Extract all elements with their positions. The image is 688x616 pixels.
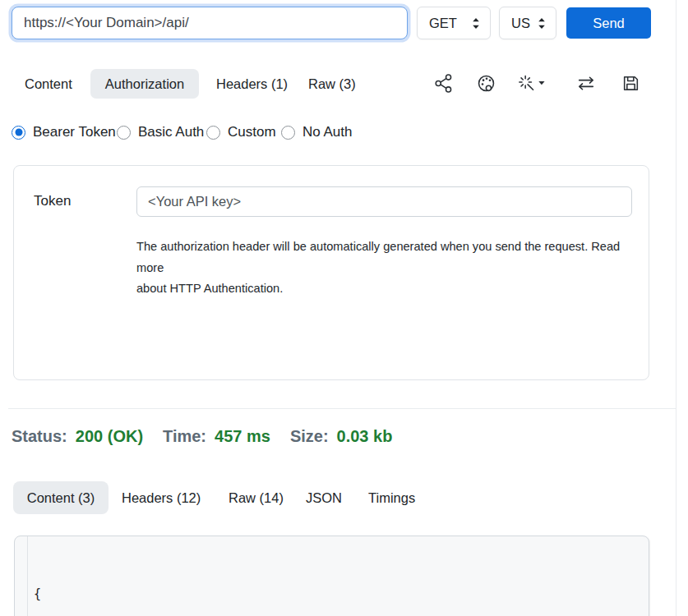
auth-radio-label: Custom: [228, 124, 276, 140]
method-select-value: GET: [429, 16, 457, 31]
radio-unselected-icon: [281, 126, 295, 140]
radio-unselected-icon: [117, 126, 131, 140]
token-help-line1: The authorization header will be automat…: [136, 237, 634, 278]
tab-headers[interactable]: Headers (1): [203, 69, 301, 99]
token-input[interactable]: [136, 186, 632, 217]
token-help-text: The authorization header will be automat…: [136, 237, 634, 300]
save-icon[interactable]: [620, 72, 641, 94]
code-gutter: [15, 536, 28, 616]
url-input[interactable]: [12, 7, 408, 39]
response-tab-content[interactable]: Content (3): [13, 481, 109, 514]
method-select[interactable]: GET: [417, 7, 491, 39]
status-label: Status:: [12, 427, 67, 446]
time-value: 457 ms: [215, 427, 270, 446]
radio-selected-icon: [12, 126, 25, 140]
send-button[interactable]: Send: [566, 7, 651, 39]
status-code: Status: 200 (OK): [12, 427, 143, 446]
updown-caret-icon: [472, 17, 480, 30]
content-right-border: [676, 0, 676, 616]
api-client-app: GET US Send Content Authorization Header…: [0, 0, 688, 616]
response-tab-json[interactable]: JSON: [293, 481, 355, 514]
bearer-token-panel: Token The authorization header will be a…: [13, 165, 649, 380]
radio-unselected-icon: [206, 126, 220, 140]
auth-radio-custom[interactable]: Custom: [206, 123, 276, 141]
auth-radio-basic-auth[interactable]: Basic Auth: [117, 123, 204, 141]
tab-raw[interactable]: Raw (3): [295, 69, 369, 99]
region-select-value: US: [511, 16, 530, 31]
size-value: 0.03 kb: [337, 427, 393, 446]
json-line: {: [34, 584, 642, 605]
response-json: { "message": "API running." }: [34, 544, 642, 616]
auth-radio-label: Bearer Token: [33, 124, 116, 140]
response-time: Time: 457 ms: [163, 427, 270, 446]
response-tab-headers[interactable]: Headers (12): [109, 481, 214, 514]
share-nodes-icon[interactable]: [432, 72, 454, 94]
palette-icon[interactable]: [475, 72, 496, 94]
auth-radio-bearer-token[interactable]: Bearer Token: [12, 123, 116, 141]
response-body-viewer[interactable]: { "message": "API running." }: [14, 536, 649, 616]
status-value: 200 (OK): [76, 427, 143, 446]
token-label: Token: [34, 193, 71, 209]
swap-arrows-icon[interactable]: [575, 72, 597, 94]
size-label: Size:: [290, 427, 329, 446]
region-select[interactable]: US: [499, 7, 556, 39]
auth-radio-label: Basic Auth: [138, 124, 204, 140]
response-status-bar: Status: 200 (OK) Time: 457 ms Size: 0.03…: [12, 427, 392, 446]
auth-radio-no-auth[interactable]: No Auth: [281, 123, 353, 141]
response-tab-timings[interactable]: Timings: [355, 481, 428, 514]
magic-wand-dropdown-icon[interactable]: [516, 72, 549, 94]
response-tab-raw[interactable]: Raw (14): [215, 481, 297, 514]
time-label: Time:: [163, 427, 206, 446]
tab-authorization[interactable]: Authorization: [90, 69, 199, 99]
auth-radio-label: No Auth: [302, 124, 353, 140]
response-size: Size: 0.03 kb: [290, 427, 393, 446]
token-help-line2: about HTTP Authentication.: [136, 278, 634, 300]
updown-caret-icon: [538, 17, 546, 30]
section-divider: [8, 408, 676, 409]
tab-content[interactable]: Content: [12, 69, 85, 99]
